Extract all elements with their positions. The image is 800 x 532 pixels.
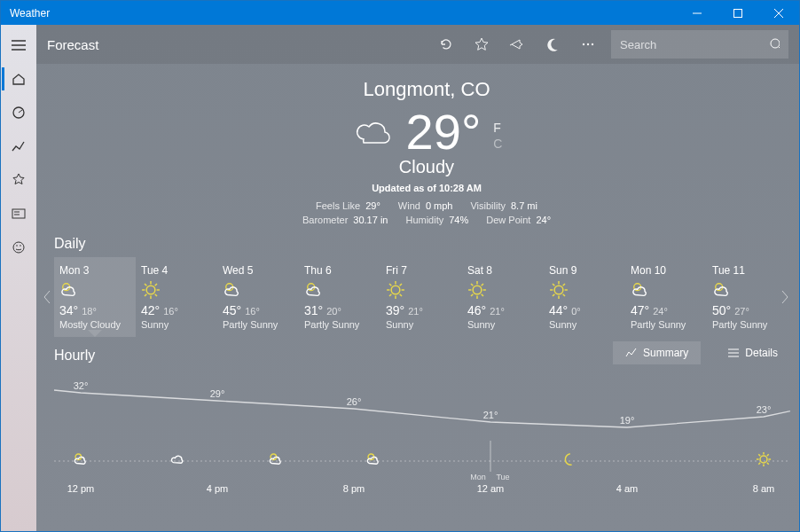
window-title: Weather xyxy=(10,7,677,20)
sidebar xyxy=(1,25,36,531)
sidebar-item-news[interactable] xyxy=(2,197,35,231)
day-low: 21° xyxy=(490,306,505,317)
search-input[interactable] xyxy=(620,38,769,51)
refresh-icon xyxy=(438,36,454,52)
sidebar-item-feedback[interactable] xyxy=(2,231,35,264)
svg-point-11 xyxy=(146,286,155,294)
stat-value: 74% xyxy=(449,215,468,225)
stat-value: 30.17 in xyxy=(353,215,388,225)
day-cond: Partly Sunny xyxy=(304,319,375,330)
page-title: Forecast xyxy=(47,37,428,52)
details-icon xyxy=(727,348,740,358)
partly-icon xyxy=(365,451,381,471)
partly-icon xyxy=(268,451,284,471)
svg-line-48 xyxy=(563,284,565,286)
day-low: 24° xyxy=(653,306,668,317)
hour-temp-label: 19° xyxy=(620,415,635,426)
close-button[interactable] xyxy=(758,1,799,25)
day-label: Thu 6 xyxy=(304,264,375,277)
svg-point-9 xyxy=(771,39,780,48)
refresh-button[interactable] xyxy=(428,27,464,62)
daily-prev-button[interactable] xyxy=(38,279,56,315)
day-cond: Partly Sunny xyxy=(223,319,294,330)
hourly-chart[interactable]: 32°29°26°21°19°23°12 pm4 pm8 pm12 am4 am… xyxy=(54,374,790,494)
search-icon xyxy=(769,37,780,51)
cloud-icon xyxy=(351,116,394,148)
day-high: 34° xyxy=(59,303,78,317)
favorite-button[interactable] xyxy=(464,27,499,62)
stat-label: Dew Point xyxy=(486,215,530,225)
svg-line-58 xyxy=(767,463,769,465)
day-tile[interactable]: Mon 3 34°18° Mostly Cloudy xyxy=(54,257,136,337)
svg-line-17 xyxy=(145,284,146,286)
details-button[interactable]: Details xyxy=(715,341,790,364)
svg-point-3 xyxy=(13,242,24,253)
day-tile[interactable]: Tue 4 42°16° Sunny xyxy=(136,257,217,337)
day-label: Mon 3 xyxy=(59,264,130,277)
pin-icon xyxy=(509,36,525,52)
daily-next-button[interactable] xyxy=(776,279,794,315)
day-tile[interactable]: Mon 10 47°24° Partly Sunny xyxy=(625,257,707,337)
sidebar-item-history[interactable] xyxy=(2,129,35,163)
unit-f-button[interactable]: F xyxy=(493,121,501,135)
partly-icon xyxy=(223,280,294,300)
stat-value: 8.7 mi xyxy=(511,200,537,211)
svg-point-4 xyxy=(16,245,18,246)
day-high: 45° xyxy=(223,303,241,317)
day-tile[interactable]: Wed 5 45°16° Partly Sunny xyxy=(217,257,299,337)
hour-temp-label: 29° xyxy=(210,388,225,399)
svg-point-8 xyxy=(592,43,593,45)
theme-button[interactable] xyxy=(535,27,570,62)
svg-line-62 xyxy=(758,454,760,456)
day-low: 16° xyxy=(245,306,260,317)
svg-line-37 xyxy=(471,284,473,286)
hour-tick-label: 12 am xyxy=(477,483,505,494)
sidebar-item-favorites[interactable] xyxy=(2,163,35,197)
minimize-button[interactable] xyxy=(677,1,718,25)
day-label: Wed 5 xyxy=(223,264,294,277)
svg-line-24 xyxy=(400,294,402,296)
hourly-heading: Hourly xyxy=(54,348,608,364)
svg-line-60 xyxy=(758,463,760,465)
day-tile[interactable]: Fri 7 39°21° Sunny xyxy=(380,257,462,337)
summary-button[interactable]: Summary xyxy=(613,341,701,364)
hour-temp-label: 23° xyxy=(757,404,772,415)
day-high: 50° xyxy=(712,303,731,317)
day-low: 18° xyxy=(82,306,97,317)
svg-point-22 xyxy=(391,286,400,294)
unit-c-button[interactable]: C xyxy=(493,137,502,151)
stat-value: 0 mph xyxy=(426,200,453,211)
day-label: Mon 10 xyxy=(631,264,702,277)
day-tile[interactable]: Sat 8 46°21° Sunny xyxy=(462,257,544,337)
hour-temp-label: 26° xyxy=(347,396,362,407)
svg-point-6 xyxy=(583,43,584,45)
day-cond: Sunny xyxy=(386,319,457,330)
svg-rect-0 xyxy=(734,9,742,17)
svg-line-39 xyxy=(482,284,483,286)
search-box[interactable] xyxy=(611,30,788,59)
day-high: 47° xyxy=(631,303,649,317)
more-button[interactable] xyxy=(570,27,606,62)
day-cond: Sunny xyxy=(141,319,212,330)
pin-button[interactable] xyxy=(499,27,535,62)
sidebar-item-maps[interactable] xyxy=(2,96,35,129)
svg-line-46 xyxy=(553,284,554,286)
hour-temp-label: 21° xyxy=(483,410,498,420)
sidebar-item-forecast[interactable] xyxy=(2,62,35,96)
day-tile[interactable]: Thu 6 31°20° Partly Sunny xyxy=(299,257,380,337)
maximize-button[interactable] xyxy=(718,1,758,25)
location-label: Longmont, CO xyxy=(54,78,799,101)
svg-line-35 xyxy=(471,294,473,296)
partly-icon xyxy=(631,280,702,300)
svg-line-15 xyxy=(145,294,146,296)
stat-value: 29° xyxy=(365,200,380,211)
hamburger-button[interactable] xyxy=(2,28,35,62)
day-cond: Mostly Cloudy xyxy=(59,319,130,330)
partly-icon xyxy=(59,280,130,300)
day-cond: Sunny xyxy=(467,319,538,330)
day-tile[interactable]: Sun 9 44°0° Sunny xyxy=(544,257,625,337)
stat-label: Humidity xyxy=(405,215,443,225)
sun-icon xyxy=(141,280,212,300)
day-high: 46° xyxy=(467,303,486,317)
axis-day-right: Tue xyxy=(496,473,509,481)
